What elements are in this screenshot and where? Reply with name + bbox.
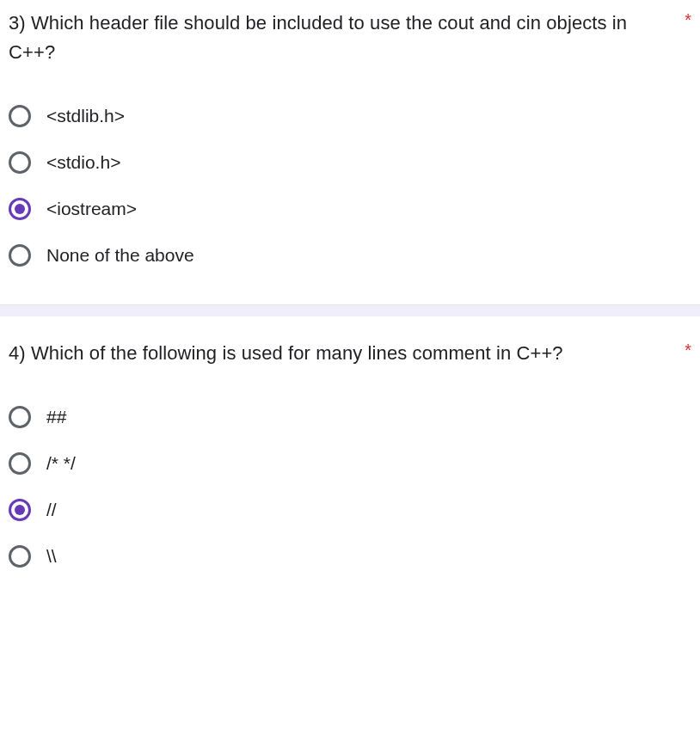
- option-label: /* */: [46, 453, 76, 474]
- required-star-icon: *: [685, 10, 691, 30]
- option-label: <iostream>: [46, 199, 137, 219]
- radio-icon[interactable]: [9, 198, 31, 220]
- question-3-block: 3) Which header file should be included …: [0, 0, 700, 304]
- question-3-options: <stdlib.h> <stdio.h> <iostream> None of …: [9, 93, 691, 279]
- option-backslash[interactable]: \\: [9, 533, 691, 580]
- option-label: <stdlib.h>: [46, 106, 125, 126]
- radio-icon[interactable]: [9, 105, 31, 127]
- question-3-number: 3): [9, 12, 26, 34]
- radio-icon[interactable]: [9, 545, 31, 568]
- question-4-block: 4) Which of the following is used for ma…: [0, 316, 700, 605]
- question-3-text: 3) Which header file should be included …: [9, 9, 669, 67]
- option-stdio[interactable]: <stdio.h>: [9, 139, 691, 186]
- option-label: //: [46, 500, 57, 520]
- question-divider: [0, 304, 700, 316]
- radio-icon[interactable]: [9, 244, 31, 267]
- option-none[interactable]: None of the above: [9, 232, 691, 279]
- question-4-body: Which of the following is used for many …: [31, 342, 563, 364]
- option-label: None of the above: [46, 245, 194, 266]
- required-star-icon: *: [685, 341, 691, 360]
- option-label: ##: [46, 407, 66, 427]
- option-label: \\: [46, 546, 57, 567]
- option-label: <stdio.h>: [46, 152, 120, 173]
- question-4-options: ## /* */ // \\: [9, 394, 691, 580]
- option-iostream[interactable]: <iostream>: [9, 186, 691, 232]
- question-4-text: 4) Which of the following is used for ma…: [9, 339, 669, 368]
- radio-icon[interactable]: [9, 406, 31, 428]
- question-3-body: Which header file should be included to …: [9, 12, 627, 63]
- radio-icon[interactable]: [9, 499, 31, 521]
- option-stdlib[interactable]: <stdlib.h>: [9, 93, 691, 139]
- radio-icon[interactable]: [9, 151, 31, 174]
- question-3-header: 3) Which header file should be included …: [9, 9, 691, 67]
- question-4-header: 4) Which of the following is used for ma…: [9, 339, 691, 368]
- radio-icon[interactable]: [9, 452, 31, 475]
- option-block-comment[interactable]: /* */: [9, 440, 691, 487]
- option-hash[interactable]: ##: [9, 394, 691, 440]
- option-line-comment[interactable]: //: [9, 487, 691, 533]
- question-4-number: 4): [9, 342, 26, 364]
